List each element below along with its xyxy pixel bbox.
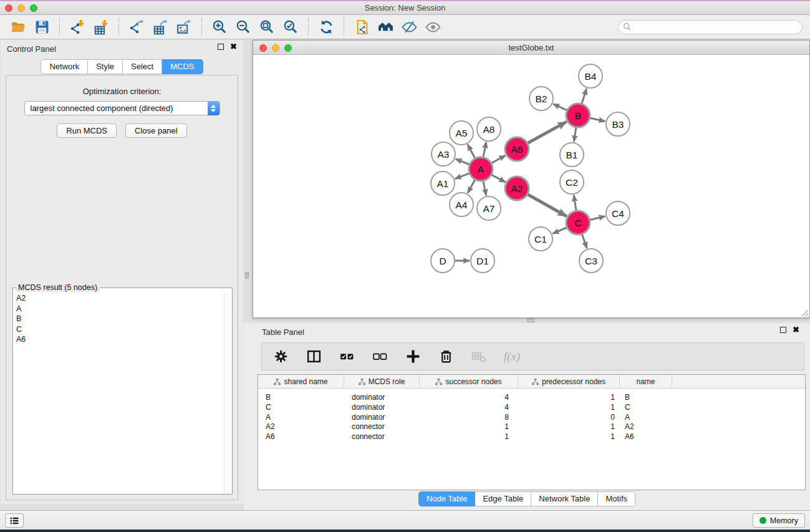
table-cell[interactable]: dominator <box>344 402 420 412</box>
table-cell[interactable]: connector <box>344 422 420 432</box>
table-cell[interactable]: A2 <box>620 422 672 432</box>
run-mcds-button[interactable]: Run MCDS <box>57 123 117 138</box>
deselect-all-checkboxes-icon[interactable] <box>372 349 388 365</box>
table-cell[interactable]: 1 <box>420 432 518 442</box>
export-image-icon[interactable] <box>172 17 196 37</box>
criterion-dropdown[interactable]: largest connected component (directed) <box>24 101 220 115</box>
eye-slash-icon[interactable] <box>397 17 421 37</box>
export-table-icon[interactable] <box>148 17 172 37</box>
float-panel-icon[interactable] <box>218 44 224 50</box>
zoom-in-icon[interactable] <box>208 17 231 37</box>
horizontal-splitter-handle[interactable] <box>527 318 534 322</box>
tab-style[interactable]: Style <box>88 59 123 74</box>
tab-node-table[interactable]: Node Table <box>418 491 476 506</box>
search-box[interactable] <box>618 20 803 34</box>
table-cell[interactable]: 0 <box>518 412 620 422</box>
table-toolbar: f(x) <box>261 342 804 370</box>
zoom-fit-icon[interactable] <box>255 17 279 37</box>
control-panel-header: Control Panel ✖ <box>1 40 243 57</box>
graph-node-label-A: A <box>478 164 485 175</box>
task-history-button[interactable] <box>5 513 24 528</box>
graph-node-label-A2: A2 <box>511 183 523 194</box>
gear-icon[interactable] <box>272 349 289 365</box>
table-cell[interactable]: 8 <box>420 412 518 422</box>
column-header-predecessor-nodes[interactable]: predecessor nodes <box>518 375 620 389</box>
table-cell[interactable]: C <box>620 402 672 412</box>
table-cell[interactable]: 4 <box>420 392 518 402</box>
memory-button[interactable]: Memory <box>753 513 805 528</box>
tab-network-table[interactable]: Network Table <box>531 491 598 506</box>
graph-node-label-B1: B1 <box>566 150 578 160</box>
delete-table-icon <box>471 349 487 365</box>
window-resize-grip-icon[interactable] <box>799 307 809 317</box>
table-cell[interactable]: A6 <box>258 432 344 442</box>
export-network-icon[interactable] <box>125 17 148 37</box>
table-cell[interactable]: A <box>620 412 672 422</box>
close-panel-icon[interactable]: ✖ <box>230 44 237 50</box>
table-cell[interactable]: A6 <box>620 432 672 442</box>
float-table-panel-icon[interactable] <box>780 327 786 333</box>
column-header-MCDS-role[interactable]: MCDS role <box>344 375 420 389</box>
table-cell[interactable]: 1 <box>518 432 620 442</box>
tab-mcds[interactable]: MCDS <box>162 59 203 74</box>
mcds-result-item[interactable]: A6 <box>13 334 224 345</box>
table-cell[interactable]: dominator <box>344 392 420 402</box>
table-row-B[interactable]: Bdominator41B <box>258 392 805 402</box>
import-table-icon[interactable] <box>89 17 113 37</box>
table-cell[interactable]: 1 <box>518 402 620 412</box>
table-row-A6[interactable]: A6connector11A6 <box>258 432 805 442</box>
tab-network[interactable]: Network <box>41 59 88 74</box>
status-bar: Memory <box>0 510 810 530</box>
table-cell[interactable]: A2 <box>258 422 344 432</box>
mcds-result-item[interactable]: A <box>13 304 224 314</box>
control-panel-title: Control Panel <box>7 44 56 54</box>
table-cell[interactable]: A <box>258 412 344 422</box>
table-cell[interactable]: B <box>620 392 672 402</box>
close-table-panel-icon[interactable]: ✖ <box>793 327 799 333</box>
table-cell[interactable]: 4 <box>420 402 518 412</box>
table-cell[interactable]: C <box>258 402 344 412</box>
graph-node-label-B3: B3 <box>612 119 624 130</box>
table-cell[interactable]: 1 <box>518 422 620 432</box>
document-network-icon[interactable] <box>350 17 374 37</box>
column-header-shared-name[interactable]: shared name <box>258 375 344 389</box>
graph-node-label-A8: A8 <box>483 124 495 135</box>
mcds-result-item[interactable]: B <box>13 314 224 324</box>
table-cell[interactable]: 1 <box>420 422 518 432</box>
mcds-result-item[interactable]: A2 <box>13 293 224 304</box>
tab-edge-table[interactable]: Edge Table <box>475 491 531 506</box>
table-cell[interactable]: B <box>258 392 344 402</box>
toolbar-separator <box>308 18 309 36</box>
eye-icon[interactable] <box>421 17 445 37</box>
table-row-A[interactable]: Adominator80A <box>258 412 805 422</box>
zoom-out-icon[interactable] <box>231 17 255 37</box>
table-row-A2[interactable]: A2connector11A2 <box>258 422 805 432</box>
attribute-type-icon <box>359 379 365 385</box>
split-columns-icon[interactable] <box>306 349 322 365</box>
tab-select[interactable]: Select <box>123 59 162 74</box>
column-header-successor-nodes[interactable]: successor nodes <box>420 375 518 389</box>
add-icon[interactable] <box>405 349 421 365</box>
table-cell[interactable]: dominator <box>344 412 420 422</box>
tab-motifs[interactable]: Motifs <box>598 491 635 506</box>
table-row-C[interactable]: Cdominator41C <box>258 402 805 412</box>
search-input[interactable] <box>632 22 802 31</box>
mcds-result-item[interactable]: C <box>13 324 224 335</box>
close-panel-button[interactable]: Close panel <box>125 123 187 138</box>
select-all-checkboxes-icon[interactable] <box>339 349 355 365</box>
table-cell[interactable]: connector <box>344 432 420 442</box>
import-network-icon[interactable] <box>65 17 89 37</box>
double-home-icon[interactable] <box>374 17 397 37</box>
graph-node-label-C3: C3 <box>585 256 597 266</box>
network-graph-canvas[interactable]: B4B2BB3A8A5A6A3B1AC2A1A2A4A7C4CC1C3DD1 <box>253 56 809 317</box>
vertical-splitter-handle[interactable] <box>245 272 249 279</box>
open-folder-icon[interactable] <box>6 17 30 37</box>
trash-icon[interactable] <box>438 349 454 365</box>
refresh-icon[interactable] <box>314 17 338 37</box>
network-window-title: testGlobe.txt <box>253 41 809 55</box>
table-cell[interactable]: 1 <box>518 392 620 402</box>
zoom-selected-icon[interactable] <box>279 17 302 37</box>
mcds-result-scrollbar[interactable] <box>224 293 232 494</box>
column-header-name[interactable]: name <box>620 375 672 389</box>
save-icon[interactable] <box>30 17 54 37</box>
